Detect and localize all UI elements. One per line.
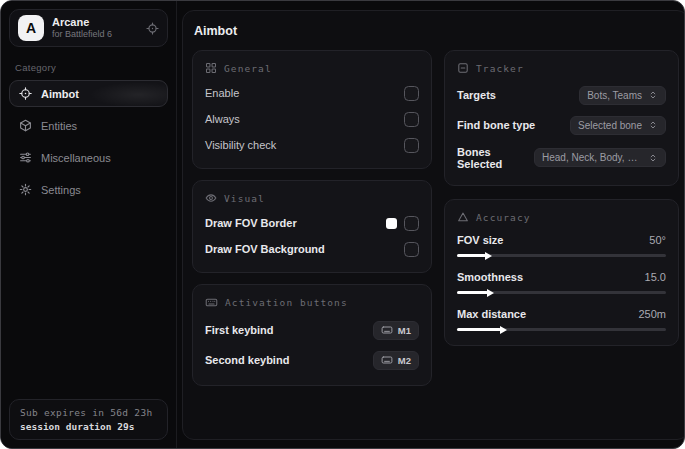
sidebar-item-aimbot[interactable]: Aimbot [9, 80, 168, 107]
second-keybind-button[interactable]: M2 [373, 351, 419, 370]
brand-subtitle: for Battlefield 6 [52, 29, 138, 40]
setting-label: Always [205, 113, 240, 125]
sidebar-item-entities[interactable]: Entities [9, 112, 168, 139]
unfold-icon [648, 90, 658, 100]
card-title: Visual [224, 193, 265, 204]
setting-row-smoothness: Smoothness 15.0 [457, 266, 666, 303]
setting-row-fov-background: Draw FOV Background [205, 236, 419, 262]
card-title: Tracker [476, 63, 524, 74]
keyboard-icon [205, 296, 218, 309]
left-column: General Enable Always Visibility check [192, 50, 432, 386]
setting-label: Smoothness [457, 271, 523, 283]
eye-icon [205, 192, 217, 204]
find-bone-type-dropdown[interactable]: Selected bone [570, 116, 666, 135]
setting-row-second-keybind: Second keybind M2 [205, 345, 419, 375]
smoothness-value: 15.0 [645, 271, 666, 283]
slider-knob[interactable] [487, 289, 494, 297]
max-distance-value: 250m [638, 308, 666, 320]
slider-knob[interactable] [485, 252, 492, 260]
main-area: Aimbot General [177, 1, 685, 448]
crosshair-icon [19, 87, 32, 100]
max-distance-slider[interactable] [457, 328, 666, 331]
fov-background-checkbox[interactable] [404, 242, 419, 257]
visual-card: Visual Draw FOV Border Draw FOV Backgrou… [192, 180, 432, 273]
enable-checkbox[interactable] [404, 86, 419, 101]
targets-dropdown[interactable]: Bots, Teams [579, 86, 666, 105]
sidebar-item-miscellaneous[interactable]: Miscellaneous [9, 144, 168, 171]
activation-card: Activation buttons First keybind M1 [192, 284, 432, 386]
keyboard-icon [381, 324, 393, 336]
setting-row-fov-size: FOV size 50° [457, 229, 666, 266]
gear-icon [19, 183, 32, 196]
bones-selected-dropdown[interactable]: Head, Neck, Body, Pe.. [534, 148, 666, 167]
sidebar-item-settings[interactable]: Settings [9, 176, 168, 203]
card-title: Accuracy [476, 212, 531, 223]
general-card: General Enable Always Visibility check [192, 50, 432, 169]
right-column: Tracker Targets Bots, Teams [444, 50, 679, 346]
setting-row-fov-border: Draw FOV Border [205, 210, 419, 236]
tracker-card: Tracker Targets Bots, Teams [444, 50, 679, 186]
session-duration-text: session duration 29s [20, 421, 157, 432]
setting-row-first-keybind: First keybind M1 [205, 315, 419, 345]
scan-icon [457, 62, 469, 74]
setting-label: Targets [457, 89, 496, 101]
smoothness-slider[interactable] [457, 291, 666, 294]
setting-row-targets: Targets Bots, Teams [457, 80, 666, 110]
content-panel: Aimbot General [182, 10, 685, 440]
reticle-icon[interactable] [146, 22, 159, 35]
unfold-icon [648, 120, 658, 130]
fov-size-slider[interactable] [457, 254, 666, 257]
setting-label: Max distance [457, 308, 526, 320]
app-logo: A [18, 15, 44, 41]
setting-label: Draw FOV Background [205, 243, 325, 255]
sidebar-item-label: Entities [41, 120, 77, 132]
fov-border-checkbox[interactable] [404, 216, 419, 231]
setting-label: Find bone type [457, 119, 535, 131]
setting-label: Second keybind [205, 354, 289, 366]
brand-title: Arcane [52, 16, 138, 30]
card-title: General [224, 63, 272, 74]
brand-text: Arcane for Battlefield 6 [52, 16, 138, 41]
triangle-icon [457, 211, 469, 223]
unfold-icon [648, 153, 658, 163]
keybind-value: M1 [398, 325, 411, 336]
setting-label: Visibility check [205, 139, 276, 151]
setting-row-bones-selected: Bones Selected Head, Neck, Body, Pe.. [457, 140, 666, 175]
app-window: A Arcane for Battlefield 6 Category [0, 0, 685, 449]
slider-fill [457, 254, 486, 257]
setting-row-max-distance: Max distance 250m [457, 303, 666, 335]
setting-row-visibility-check: Visibility check [205, 132, 419, 158]
grid-icon [205, 62, 217, 74]
page-title: Aimbot [194, 24, 679, 38]
sidebar: A Arcane for Battlefield 6 Category [1, 1, 177, 448]
setting-label: Draw FOV Border [205, 217, 297, 229]
accuracy-card: Accuracy FOV size 50° [444, 199, 679, 346]
slider-fill [457, 328, 501, 331]
sub-expiry-text: Sub expires in 56d 23h [20, 407, 157, 418]
sidebar-nav: Aimbot Entities Miscellaneous [9, 80, 168, 203]
setting-label: FOV size [457, 234, 503, 246]
dropdown-value: Head, Neck, Body, Pe.. [542, 152, 642, 163]
visibility-check-checkbox[interactable] [404, 138, 419, 153]
slider-fill [457, 291, 488, 294]
setting-label: First keybind [205, 324, 273, 336]
dropdown-value: Bots, Teams [587, 90, 642, 101]
sliders-icon [19, 151, 32, 164]
setting-row-find-bone-type: Find bone type Selected bone [457, 110, 666, 140]
sidebar-item-label: Aimbot [41, 88, 79, 100]
setting-row-always: Always [205, 106, 419, 132]
slider-knob[interactable] [500, 326, 507, 334]
subscription-status-card: Sub expires in 56d 23h session duration … [9, 399, 168, 440]
first-keybind-button[interactable]: M1 [373, 321, 419, 340]
keyboard-icon [381, 354, 393, 366]
keybind-value: M2 [398, 355, 411, 366]
fov-border-color-swatch[interactable] [386, 218, 397, 229]
dropdown-value: Selected bone [578, 120, 642, 131]
card-title: Activation buttons [225, 297, 348, 308]
sidebar-item-label: Miscellaneous [41, 152, 111, 164]
fov-size-value: 50° [649, 234, 666, 246]
category-label: Category [15, 62, 162, 73]
always-checkbox[interactable] [404, 112, 419, 127]
brand-card: A Arcane for Battlefield 6 [9, 9, 168, 47]
cube-icon [19, 119, 32, 132]
